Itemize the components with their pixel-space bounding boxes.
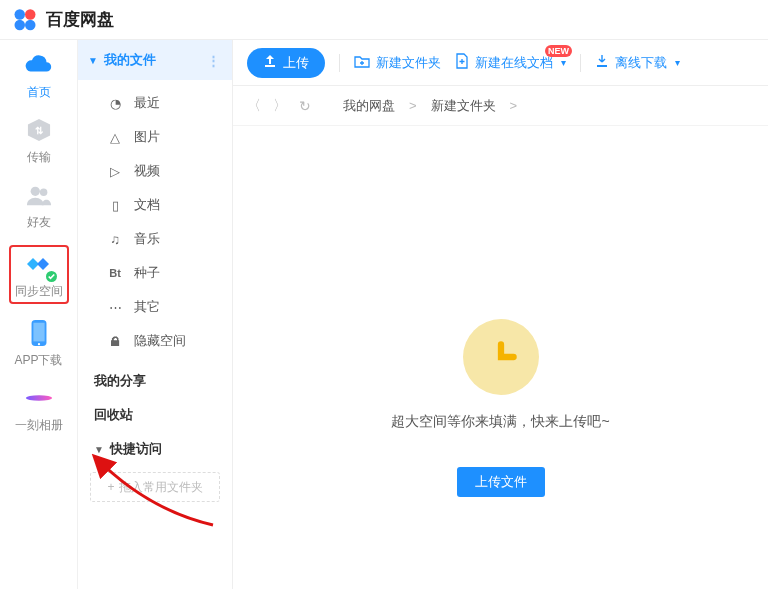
- breadcrumb-root[interactable]: 我的网盘: [343, 97, 395, 115]
- empty-message: 超大空间等你来填满，快来上传吧~: [391, 413, 609, 431]
- tree-section-label: 我的分享: [94, 372, 146, 390]
- rail-item-album[interactable]: 一刻相册: [9, 383, 69, 434]
- folder-plus-icon: [354, 54, 370, 71]
- rail-item-label: 一刻相册: [15, 417, 63, 434]
- breadcrumb-separator: >: [409, 98, 417, 113]
- rail-item-transfer[interactable]: ⇅ 传输: [9, 115, 69, 166]
- tree-item-docs[interactable]: ▯文档: [78, 188, 232, 222]
- svg-point-0: [15, 9, 26, 20]
- music-icon: ♫: [106, 232, 124, 247]
- svg-point-12: [25, 395, 51, 401]
- video-icon: ▷: [106, 164, 124, 179]
- tree-item-label: 其它: [134, 298, 160, 316]
- tree-item-label: 种子: [134, 264, 160, 282]
- tree-item-label: 音乐: [134, 230, 160, 248]
- tree-list: ◔最近 △图片 ▷视频 ▯文档 ♫音乐 Bt种子 ⋯其它 🔒︎隐藏空间: [78, 80, 232, 364]
- tree-item-label: 隐藏空间: [134, 332, 186, 350]
- toolbar: 上传 新建文件夹 新建在线文档 ▾ NEW 离线下载 ▾: [233, 40, 768, 86]
- empty-upload-button[interactable]: 上传文件: [457, 467, 545, 497]
- download-icon: [595, 54, 609, 71]
- doc-icon: ▯: [106, 198, 124, 213]
- button-label: 离线下载: [615, 54, 667, 72]
- quick-access-drop[interactable]: + 拖入常用文件夹: [90, 472, 220, 502]
- breadcrumb-folder[interactable]: 新建文件夹: [431, 97, 496, 115]
- nav-forward-button[interactable]: 〉: [273, 97, 287, 115]
- svg-point-6: [30, 187, 39, 196]
- image-icon: △: [106, 130, 124, 145]
- rail-item-label: 首页: [27, 84, 51, 101]
- svg-point-11: [37, 343, 39, 345]
- transfer-icon: ⇅: [24, 115, 54, 145]
- clock-icon: ◔: [106, 96, 124, 111]
- caret-down-icon: ▼: [88, 55, 98, 66]
- album-icon: [24, 383, 54, 413]
- tree-item-other[interactable]: ⋯其它: [78, 290, 232, 324]
- separator: [580, 54, 581, 72]
- tree-header-label: 我的文件: [104, 51, 156, 69]
- chevron-down-icon: ▾: [675, 57, 680, 68]
- button-label: 上传: [283, 54, 309, 72]
- clock-illustration-icon: [463, 319, 539, 395]
- tree-item-hidden[interactable]: 🔒︎隐藏空间: [78, 324, 232, 358]
- new-online-doc-button[interactable]: 新建在线文档 ▾ NEW: [455, 53, 566, 72]
- rail-item-label: 传输: [27, 149, 51, 166]
- left-rail: 首页 ⇅ 传输 好友 同步空间: [0, 40, 78, 589]
- tree-section-share[interactable]: 我的分享: [78, 364, 232, 398]
- svg-point-7: [39, 189, 46, 196]
- nav-back-button[interactable]: 〈: [247, 97, 261, 115]
- upload-icon: [263, 54, 277, 71]
- tree-item-videos[interactable]: ▷视频: [78, 154, 232, 188]
- phone-icon: [24, 318, 54, 348]
- more-icon[interactable]: ⋮: [207, 53, 222, 68]
- empty-state: 超大空间等你来填满，快来上传吧~ 上传文件: [233, 126, 768, 589]
- svg-point-1: [25, 9, 36, 20]
- quick-access-placeholder: 拖入常用文件夹: [119, 479, 203, 496]
- sync-icon: [24, 249, 54, 279]
- lock-icon: 🔒︎: [106, 334, 124, 349]
- rail-item-sync-space[interactable]: 同步空间: [9, 245, 69, 304]
- tree-item-label: 图片: [134, 128, 160, 146]
- svg-text:⇅: ⇅: [35, 125, 44, 136]
- rail-item-label: APP下载: [14, 352, 62, 369]
- tree-item-label: 文档: [134, 196, 160, 214]
- rail-item-label: 好友: [27, 214, 51, 231]
- svg-rect-13: [265, 65, 275, 67]
- refresh-button[interactable]: ↻: [299, 98, 311, 114]
- button-label: 新建在线文档: [475, 54, 553, 72]
- svg-rect-10: [33, 323, 44, 342]
- tree-section-quick[interactable]: ▼快捷访问: [78, 432, 232, 466]
- upload-button[interactable]: 上传: [247, 48, 325, 78]
- main-area: 上传 新建文件夹 新建在线文档 ▾ NEW 离线下载 ▾: [233, 40, 768, 589]
- bt-icon: Bt: [106, 267, 124, 279]
- app-header: 百度网盘: [0, 0, 768, 40]
- add-icon: +: [107, 480, 114, 494]
- app-logo-icon: [10, 7, 40, 33]
- app-title: 百度网盘: [46, 8, 114, 31]
- tree-item-music[interactable]: ♫音乐: [78, 222, 232, 256]
- tree-item-recent[interactable]: ◔最近: [78, 86, 232, 120]
- svg-point-3: [25, 19, 36, 30]
- tree-section-label: 快捷访问: [110, 440, 162, 458]
- new-folder-button[interactable]: 新建文件夹: [354, 54, 441, 72]
- tree-item-images[interactable]: △图片: [78, 120, 232, 154]
- tree-section-label: 回收站: [94, 406, 133, 424]
- tree-item-bt[interactable]: Bt种子: [78, 256, 232, 290]
- tree-item-label: 视频: [134, 162, 160, 180]
- cloud-icon: [24, 50, 54, 80]
- rail-item-app-download[interactable]: APP下载: [9, 318, 69, 369]
- doc-plus-icon: [455, 53, 469, 72]
- offline-download-button[interactable]: 离线下载 ▾: [595, 54, 680, 72]
- friends-icon: [24, 180, 54, 210]
- chevron-down-icon: ▾: [561, 57, 566, 68]
- new-badge: NEW: [545, 45, 572, 57]
- tree-section-recycle[interactable]: 回收站: [78, 398, 232, 432]
- tree-header-my-files[interactable]: ▼ 我的文件 ⋮: [78, 40, 232, 80]
- separator: [339, 54, 340, 72]
- svg-rect-14: [597, 65, 607, 67]
- rail-item-home[interactable]: 首页: [9, 50, 69, 101]
- button-label: 新建文件夹: [376, 54, 441, 72]
- tree-item-label: 最近: [134, 94, 160, 112]
- breadcrumb-separator: >: [510, 98, 518, 113]
- rail-item-friends[interactable]: 好友: [9, 180, 69, 231]
- caret-down-icon: ▼: [94, 444, 104, 455]
